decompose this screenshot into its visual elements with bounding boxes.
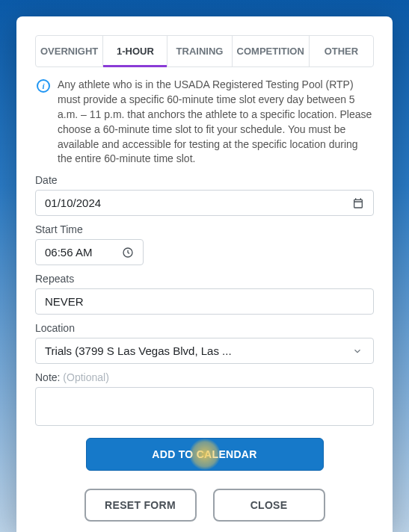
- label-note: Note: (Optional): [35, 371, 374, 383]
- start-time-input[interactable]: 06:56 AM: [35, 239, 144, 265]
- tab-bar: OVERNIGHT 1-HOUR TRAINING COMPETITION OT…: [35, 35, 374, 67]
- add-to-calendar-button[interactable]: ADD TO CALENDAR: [86, 438, 324, 471]
- label-start-time: Start Time: [35, 223, 374, 235]
- repeats-input[interactable]: NEVER: [35, 288, 374, 315]
- reset-form-button[interactable]: RESET FORM: [84, 489, 197, 522]
- info-text: Any athlete who is in the USADA Register…: [58, 78, 372, 167]
- note-textarea[interactable]: [35, 387, 374, 426]
- footer-button-row: RESET FORM CLOSE: [35, 489, 374, 522]
- label-location: Location: [35, 322, 374, 334]
- clock-icon: [122, 247, 134, 259]
- repeats-value: NEVER: [45, 295, 364, 308]
- start-time-value: 06:56 AM: [45, 246, 122, 259]
- modal-sheet: OVERNIGHT 1-HOUR TRAINING COMPETITION OT…: [16, 16, 393, 532]
- note-optional-hint: (Optional): [60, 371, 108, 383]
- info-banner: i Any athlete who is in the USADA Regist…: [35, 78, 374, 167]
- tab-competition[interactable]: COMPETITION: [233, 36, 310, 66]
- tab-overnight[interactable]: OVERNIGHT: [36, 36, 103, 66]
- info-icon: i: [37, 79, 50, 93]
- tab-training[interactable]: TRAINING: [167, 36, 232, 66]
- tab-1-hour[interactable]: 1-HOUR: [103, 36, 167, 66]
- label-date: Date: [35, 174, 374, 186]
- location-select[interactable]: Trials (3799 S Las Vegas Blvd, Las ...: [35, 338, 374, 364]
- calendar-icon: [352, 197, 364, 209]
- date-input[interactable]: 01/10/2024: [35, 190, 374, 216]
- close-button[interactable]: CLOSE: [213, 489, 325, 522]
- tab-other[interactable]: OTHER: [310, 36, 373, 66]
- location-value: Trials (3799 S Las Vegas Blvd, Las ...: [45, 344, 364, 357]
- date-value: 01/10/2024: [45, 197, 352, 209]
- label-repeats: Repeats: [35, 273, 374, 285]
